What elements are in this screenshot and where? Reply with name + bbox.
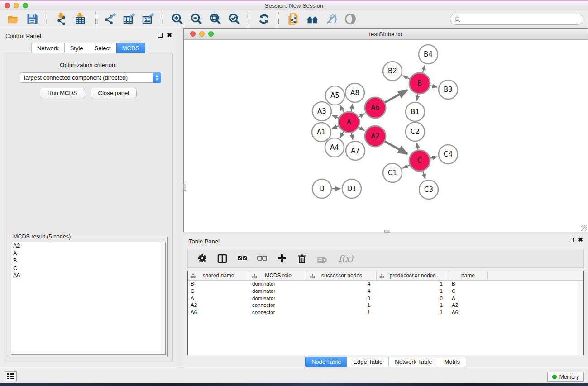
- export-network-button[interactable]: [100, 11, 120, 27]
- run-mcds-button[interactable]: Run MCDS: [40, 88, 85, 98]
- search-box[interactable]: [450, 14, 583, 25]
- export-image-button[interactable]: [139, 11, 158, 27]
- cell-shared-name[interactable]: C: [188, 288, 249, 295]
- node-B4[interactable]: B4: [419, 45, 438, 64]
- edge-B-B3[interactable]: [430, 86, 437, 87]
- zoom-selected-button[interactable]: [225, 11, 244, 27]
- import-table-button[interactable]: [71, 11, 90, 27]
- edge-A-A8[interactable]: [351, 104, 353, 111]
- edge-A-A5[interactable]: [340, 105, 344, 113]
- open-file-button[interactable]: [4, 11, 23, 27]
- home-button[interactable]: [303, 11, 322, 27]
- edge-B-B2[interactable]: [403, 76, 410, 79]
- edge-A-A3[interactable]: [332, 115, 339, 118]
- node-A4[interactable]: A4: [325, 138, 344, 157]
- cell-MCDS-role[interactable]: connector: [249, 302, 307, 309]
- cell-predecessor-nodes[interactable]: 1: [377, 281, 449, 288]
- cell-shared-name[interactable]: A6: [188, 309, 249, 316]
- tab-motifs[interactable]: Motifs: [438, 357, 466, 367]
- cell-shared-name[interactable]: B: [188, 281, 249, 288]
- edge-C-C4[interactable]: [430, 157, 437, 158]
- mcds-result-item[interactable]: C: [11, 265, 165, 272]
- search-input[interactable]: [461, 15, 583, 24]
- node-A2[interactable]: A2: [365, 126, 386, 147]
- column-header-successor-nodes[interactable]: successor nodes: [307, 271, 377, 280]
- function-builder-button[interactable]: f(x): [335, 252, 356, 265]
- table-scrollbar[interactable]: [578, 281, 583, 355]
- bottom-splitter-handle[interactable]: [384, 230, 390, 233]
- clone-network-button[interactable]: [284, 11, 303, 27]
- zoom-out-button[interactable]: [187, 11, 206, 27]
- node-A6[interactable]: A6: [365, 97, 386, 118]
- column-header-predecessor-nodes[interactable]: predecessor nodes: [377, 271, 449, 280]
- tab-style[interactable]: Style: [64, 43, 89, 53]
- edge-A-A6[interactable]: [359, 114, 364, 117]
- cell-name[interactable]: B: [449, 281, 488, 288]
- column-header-MCDS-role[interactable]: MCDS role: [249, 271, 307, 280]
- float-panel-icon[interactable]: [158, 33, 163, 38]
- cell-successor-nodes[interactable]: 1: [307, 309, 377, 316]
- node-B2[interactable]: B2: [383, 62, 402, 81]
- add-button[interactable]: [276, 252, 288, 265]
- delete-table-button[interactable]: [316, 252, 328, 265]
- zoom-fit-button[interactable]: [206, 11, 225, 27]
- cell-successor-nodes[interactable]: 4: [307, 281, 377, 288]
- memory-button[interactable]: Memory: [547, 372, 584, 382]
- network-window-titlebar[interactable]: testGlobe.txt: [184, 29, 588, 40]
- cell-name[interactable]: C: [449, 288, 488, 295]
- cell-shared-name[interactable]: A2: [188, 302, 249, 309]
- edge-A-A1[interactable]: [332, 126, 339, 128]
- export-table-button[interactable]: [120, 11, 139, 27]
- network-graph[interactable]: B4B2BB3A5A8A6B1A3AA1C2A2A4A7C4CC1C3DD1: [184, 40, 588, 232]
- save-session-button[interactable]: [23, 11, 42, 27]
- mcds-list-scrollbar[interactable]: [160, 242, 165, 354]
- mcds-result-item[interactable]: B: [11, 257, 165, 265]
- node-A5[interactable]: A5: [325, 86, 344, 105]
- cell-predecessor-nodes[interactable]: 1: [377, 302, 449, 309]
- node-C1[interactable]: C1: [383, 163, 402, 182]
- edge-B-B4[interactable]: [423, 65, 425, 73]
- table-row[interactable]: Bdominator41B: [188, 281, 583, 288]
- node-A8[interactable]: A8: [345, 83, 364, 102]
- cell-MCDS-role[interactable]: dominator: [249, 295, 307, 302]
- console-button[interactable]: [5, 371, 17, 381]
- cell-successor-nodes[interactable]: 4: [307, 288, 377, 295]
- node-B1[interactable]: B1: [406, 102, 425, 121]
- node-C[interactable]: C: [409, 150, 430, 171]
- cell-predecessor-nodes[interactable]: 1: [377, 288, 449, 295]
- node-B3[interactable]: B3: [439, 80, 458, 99]
- cell-predecessor-nodes[interactable]: 0: [377, 295, 449, 302]
- node-table[interactable]: shared nameMCDS rolesuccessor nodesprede…: [187, 271, 584, 355]
- edge-A-A7[interactable]: [351, 133, 353, 139]
- import-network-button[interactable]: [52, 11, 71, 27]
- node-A7[interactable]: A7: [346, 141, 365, 160]
- show-hide-button[interactable]: [341, 11, 360, 27]
- app-titlebar[interactable]: Session: New Session: [0, 1, 588, 10]
- table-row[interactable]: Adominator80A: [188, 295, 583, 302]
- float-table-panel-icon[interactable]: [569, 238, 574, 242]
- cell-MCDS-role[interactable]: dominator: [249, 281, 307, 288]
- zoom-in-button[interactable]: [168, 11, 187, 27]
- optimization-criterion-select[interactable]: largest connected component (directed) ▲…: [20, 72, 161, 83]
- node-A3[interactable]: A3: [312, 102, 331, 121]
- table-row[interactable]: A6connector11A6: [188, 309, 583, 316]
- edge-C-C2[interactable]: [417, 143, 418, 150]
- cell-successor-nodes[interactable]: 8: [307, 295, 377, 302]
- cell-successor-nodes[interactable]: 1: [307, 302, 377, 309]
- mcds-result-item[interactable]: A6: [11, 272, 165, 280]
- tab-select[interactable]: Select: [89, 43, 116, 53]
- select-all-button[interactable]: [236, 252, 249, 265]
- node-C3[interactable]: C3: [419, 180, 438, 199]
- table-row[interactable]: Cdominator41C: [188, 288, 583, 295]
- cell-name[interactable]: A: [449, 295, 488, 302]
- gear-button[interactable]: [196, 252, 209, 265]
- node-A1[interactable]: A1: [312, 123, 331, 142]
- table-row[interactable]: A2connector11A2: [188, 302, 583, 309]
- node-B[interactable]: B: [409, 73, 430, 94]
- refresh-button[interactable]: [254, 11, 273, 27]
- mcds-result-item[interactable]: A: [11, 250, 165, 257]
- node-C2[interactable]: C2: [406, 122, 425, 141]
- mcds-result-item[interactable]: A2: [11, 242, 165, 250]
- tab-edge-table[interactable]: Edge Table: [347, 357, 388, 367]
- cell-shared-name[interactable]: A: [188, 295, 249, 302]
